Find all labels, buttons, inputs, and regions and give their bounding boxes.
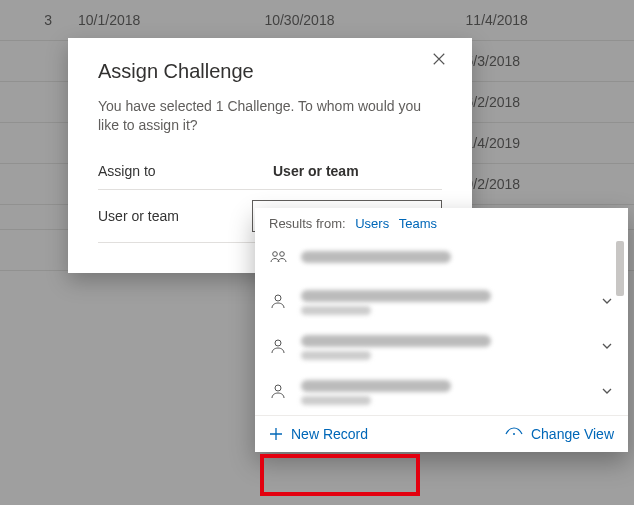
list-item[interactable] xyxy=(255,280,628,325)
scrollbar[interactable] xyxy=(616,241,624,296)
change-view-label: Change View xyxy=(531,426,614,442)
eye-icon xyxy=(505,427,523,441)
svg-point-6 xyxy=(275,385,281,391)
dialog-title: Assign Challenge xyxy=(98,60,442,83)
chevron-down-icon[interactable] xyxy=(600,384,614,401)
list-item[interactable] xyxy=(255,370,628,415)
list-item[interactable] xyxy=(255,325,628,370)
person-icon xyxy=(269,337,289,358)
new-record-label: New Record xyxy=(291,426,368,442)
person-icon xyxy=(269,292,289,313)
svg-point-2 xyxy=(273,252,278,257)
user-or-team-label: User or team xyxy=(98,208,252,224)
results-list xyxy=(255,237,628,415)
person-icon xyxy=(269,382,289,403)
lookup-flyout: Results from: Users Teams xyxy=(255,208,628,452)
svg-point-7 xyxy=(513,433,515,435)
chevron-down-icon[interactable] xyxy=(600,294,614,311)
dialog-description: You have selected 1 Challenge. To whom w… xyxy=(98,97,442,135)
assign-to-value[interactable]: User or team xyxy=(273,163,359,179)
assign-to-label: Assign to xyxy=(98,163,273,179)
tab-users[interactable]: Users xyxy=(355,216,389,231)
results-from-bar: Results from: Users Teams xyxy=(255,208,628,237)
tab-teams[interactable]: Teams xyxy=(399,216,437,231)
close-icon[interactable] xyxy=(432,52,454,74)
results-from-label: Results from: xyxy=(269,216,346,231)
new-record-button[interactable]: New Record xyxy=(269,426,368,442)
chevron-down-icon[interactable] xyxy=(600,339,614,356)
list-item[interactable] xyxy=(255,237,628,280)
svg-point-4 xyxy=(275,295,281,301)
plus-icon xyxy=(269,427,283,441)
svg-point-3 xyxy=(280,252,285,257)
team-icon xyxy=(269,247,289,270)
svg-point-5 xyxy=(275,340,281,346)
change-view-button[interactable]: Change View xyxy=(505,426,614,442)
